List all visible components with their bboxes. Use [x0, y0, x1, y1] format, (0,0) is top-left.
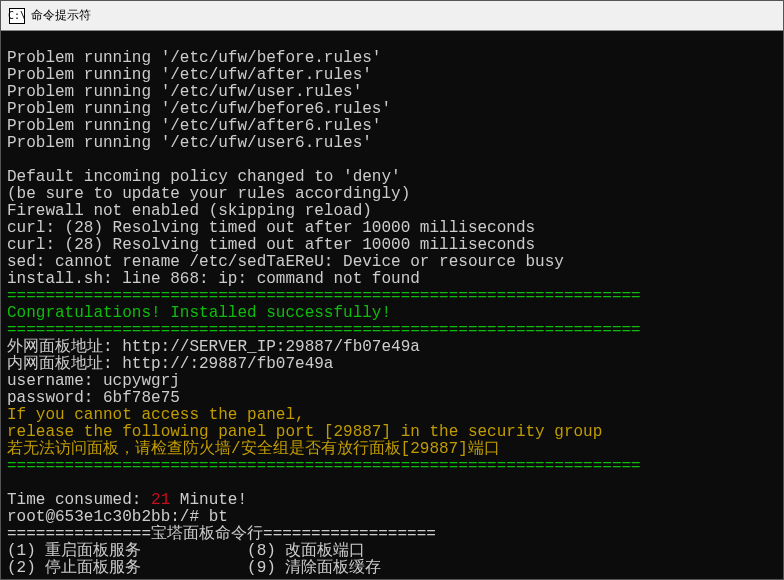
output-line: Firewall not enabled (skipping reload) — [7, 202, 372, 220]
window-title: 命令提示符 — [31, 7, 91, 24]
shell-command: bt — [209, 508, 228, 526]
warning-line: 若无法访问面板，请检查防火墙/安全组是否有放行面板[29887]端口 — [7, 440, 500, 458]
username-line: username: ucpywgrj — [7, 372, 180, 390]
warning-line: If you cannot access the panel, — [7, 406, 305, 424]
cmd-icon: C:\ — [9, 8, 25, 24]
congrats-line: Congratulations! Installed successfully! — [7, 304, 391, 322]
menu-line: (2) 停止面板服务 (9) 清除面板缓存 — [7, 559, 381, 577]
panel-address-external: 外网面板地址: http://SERVER_IP:29887/fb07e49a — [7, 338, 420, 356]
output-line: sed: cannot rename /etc/sedTaEReU: Devic… — [7, 253, 564, 271]
time-suffix: Minute! — [170, 491, 247, 509]
output-line: curl: (28) Resolving timed out after 100… — [7, 236, 535, 254]
output-line: Problem running '/etc/ufw/after.rules' — [7, 66, 372, 84]
output-line: Problem running '/etc/ufw/user.rules' — [7, 83, 362, 101]
menu-separator: ===============宝塔面板命令行================== — [7, 525, 436, 543]
time-label: Time consumed: — [7, 491, 151, 509]
titlebar[interactable]: C:\ 命令提示符 — [1, 1, 783, 31]
output-line: install.sh: line 868: ip: command not fo… — [7, 270, 420, 288]
output-line: Problem running '/etc/ufw/before6.rules' — [7, 100, 391, 118]
password-line: password: 6bf78e75 — [7, 389, 180, 407]
warning-line: release the following panel port [29887]… — [7, 423, 602, 441]
output-line: (be sure to update your rules accordingl… — [7, 185, 410, 203]
output-line: curl: (28) Resolving timed out after 100… — [7, 219, 535, 237]
separator-line: ========================================… — [7, 287, 641, 305]
panel-address-internal: 内网面板地址: http://:29887/fb07e49a — [7, 355, 333, 373]
output-line: Default incoming policy changed to 'deny… — [7, 168, 401, 186]
separator-line: ========================================… — [7, 321, 641, 339]
command-prompt-window: C:\ 命令提示符 Problem running '/etc/ufw/befo… — [0, 0, 784, 580]
output-line: Problem running '/etc/ufw/after6.rules' — [7, 117, 381, 135]
shell-prompt: root@653e1c30b2bb:/# — [7, 508, 209, 526]
output-line: Problem running '/etc/ufw/before.rules' — [7, 49, 381, 67]
menu-line: (1) 重启面板服务 (8) 改面板端口 — [7, 542, 365, 560]
terminal-output[interactable]: Problem running '/etc/ufw/before.rules' … — [1, 31, 783, 579]
output-line: Problem running '/etc/ufw/user6.rules' — [7, 134, 372, 152]
time-value: 21 — [151, 491, 170, 509]
separator-line: ========================================… — [7, 457, 641, 475]
